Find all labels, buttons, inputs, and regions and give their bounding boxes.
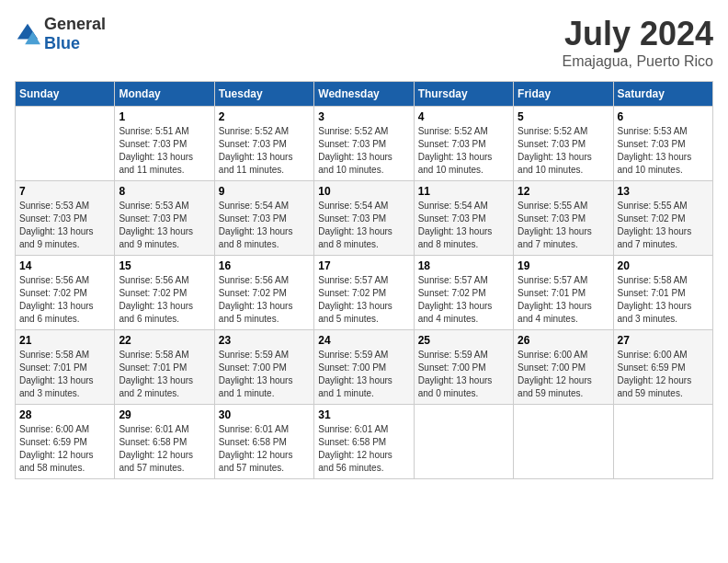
day-number: 1 [119,110,210,123]
day-cell: 12Sunrise: 5:55 AM Sunset: 7:03 PM Dayli… [514,181,613,256]
day-number: 18 [418,259,509,272]
day-cell: 10Sunrise: 5:54 AM Sunset: 7:03 PM Dayli… [314,181,414,256]
week-row-1: 1Sunrise: 5:51 AM Sunset: 7:03 PM Daylig… [16,107,713,181]
day-cell: 25Sunrise: 5:59 AM Sunset: 7:00 PM Dayli… [414,330,513,405]
day-info: Sunrise: 5:59 AM Sunset: 7:00 PM Dayligh… [219,349,310,400]
day-cell: 23Sunrise: 5:59 AM Sunset: 7:00 PM Dayli… [214,330,313,405]
day-number: 2 [219,110,310,123]
day-info: Sunrise: 5:52 AM Sunset: 7:03 PM Dayligh… [518,125,609,177]
day-cell [613,405,712,479]
day-cell: 1Sunrise: 5:51 AM Sunset: 7:03 PM Daylig… [115,107,214,181]
calendar-table: SundayMondayTuesdayWednesdayThursdayFrid… [15,81,713,479]
day-number: 7 [19,185,110,198]
day-info: Sunrise: 6:01 AM Sunset: 6:58 PM Dayligh… [318,423,409,475]
day-info: Sunrise: 5:51 AM Sunset: 7:03 PM Dayligh… [119,125,210,177]
day-number: 22 [119,334,210,347]
day-cell [16,107,115,181]
day-number: 16 [219,259,310,272]
day-info: Sunrise: 5:56 AM Sunset: 7:02 PM Dayligh… [219,274,310,326]
day-number: 28 [19,408,110,421]
logo: General Blue [15,15,106,53]
day-cell: 7Sunrise: 5:53 AM Sunset: 7:03 PM Daylig… [16,181,115,256]
day-number: 13 [618,185,709,198]
day-number: 8 [119,185,210,198]
day-number: 31 [318,408,409,421]
day-info: Sunrise: 5:59 AM Sunset: 7:00 PM Dayligh… [418,349,509,400]
day-cell: 27Sunrise: 6:00 AM Sunset: 6:59 PM Dayli… [613,330,712,405]
day-number: 9 [219,185,310,198]
day-cell: 18Sunrise: 5:57 AM Sunset: 7:02 PM Dayli… [414,256,513,330]
day-cell: 28Sunrise: 6:00 AM Sunset: 6:59 PM Dayli… [16,405,115,479]
header-sunday: Sunday [16,82,115,107]
day-cell: 9Sunrise: 5:54 AM Sunset: 7:03 PM Daylig… [214,181,313,256]
day-info: Sunrise: 5:53 AM Sunset: 7:03 PM Dayligh… [119,200,210,251]
day-number: 23 [219,334,310,347]
day-number: 3 [318,110,409,123]
day-info: Sunrise: 6:00 AM Sunset: 6:59 PM Dayligh… [19,423,110,475]
main-title: July 2024 [562,15,713,53]
day-number: 24 [318,334,409,347]
day-number: 5 [518,110,609,123]
logo-icon [15,21,40,47]
sub-title: Emajagua, Puerto Rico [562,53,713,70]
day-cell: 15Sunrise: 5:56 AM Sunset: 7:02 PM Dayli… [115,256,214,330]
day-cell: 29Sunrise: 6:01 AM Sunset: 6:58 PM Dayli… [115,405,214,479]
logo-blue: Blue [44,34,80,52]
day-info: Sunrise: 5:58 AM Sunset: 7:01 PM Dayligh… [19,349,110,400]
header-wednesday: Wednesday [314,82,414,107]
week-row-3: 14Sunrise: 5:56 AM Sunset: 7:02 PM Dayli… [16,256,713,330]
day-cell: 3Sunrise: 5:52 AM Sunset: 7:03 PM Daylig… [314,107,414,181]
day-info: Sunrise: 6:01 AM Sunset: 6:58 PM Dayligh… [119,423,210,475]
day-info: Sunrise: 5:55 AM Sunset: 7:03 PM Dayligh… [518,200,609,251]
week-row-2: 7Sunrise: 5:53 AM Sunset: 7:03 PM Daylig… [16,181,713,256]
day-info: Sunrise: 5:56 AM Sunset: 7:02 PM Dayligh… [19,274,110,326]
day-number: 29 [119,408,210,421]
day-number: 14 [19,259,110,272]
day-info: Sunrise: 5:53 AM Sunset: 7:03 PM Dayligh… [19,200,110,251]
day-info: Sunrise: 6:00 AM Sunset: 6:59 PM Dayligh… [618,349,709,400]
day-number: 12 [518,185,609,198]
header-thursday: Thursday [414,82,513,107]
day-cell: 5Sunrise: 5:52 AM Sunset: 7:03 PM Daylig… [514,107,613,181]
day-cell [514,405,613,479]
day-info: Sunrise: 5:53 AM Sunset: 7:03 PM Dayligh… [618,125,709,177]
day-info: Sunrise: 5:57 AM Sunset: 7:01 PM Dayligh… [518,274,609,326]
day-cell: 24Sunrise: 5:59 AM Sunset: 7:00 PM Dayli… [314,330,414,405]
header-saturday: Saturday [613,82,712,107]
day-info: Sunrise: 5:55 AM Sunset: 7:02 PM Dayligh… [618,200,709,251]
day-number: 15 [119,259,210,272]
day-cell: 13Sunrise: 5:55 AM Sunset: 7:02 PM Dayli… [613,181,712,256]
calendar-header-row: SundayMondayTuesdayWednesdayThursdayFrid… [16,82,713,107]
week-row-5: 28Sunrise: 6:00 AM Sunset: 6:59 PM Dayli… [16,405,713,479]
day-info: Sunrise: 5:52 AM Sunset: 7:03 PM Dayligh… [418,125,509,177]
day-number: 30 [219,408,310,421]
day-cell: 17Sunrise: 5:57 AM Sunset: 7:02 PM Dayli… [314,256,414,330]
day-number: 19 [518,259,609,272]
day-number: 10 [318,185,409,198]
day-info: Sunrise: 5:52 AM Sunset: 7:03 PM Dayligh… [219,125,310,177]
day-cell: 20Sunrise: 5:58 AM Sunset: 7:01 PM Dayli… [613,256,712,330]
day-cell: 16Sunrise: 5:56 AM Sunset: 7:02 PM Dayli… [214,256,313,330]
day-info: Sunrise: 5:54 AM Sunset: 7:03 PM Dayligh… [219,200,310,251]
day-cell: 4Sunrise: 5:52 AM Sunset: 7:03 PM Daylig… [414,107,513,181]
day-number: 4 [418,110,509,123]
day-number: 20 [618,259,709,272]
day-cell: 6Sunrise: 5:53 AM Sunset: 7:03 PM Daylig… [613,107,712,181]
header-friday: Friday [514,82,613,107]
day-number: 25 [418,334,509,347]
day-number: 27 [618,334,709,347]
day-number: 11 [418,185,509,198]
day-info: Sunrise: 5:57 AM Sunset: 7:02 PM Dayligh… [318,274,409,326]
day-number: 6 [618,110,709,123]
day-cell: 21Sunrise: 5:58 AM Sunset: 7:01 PM Dayli… [16,330,115,405]
day-info: Sunrise: 5:58 AM Sunset: 7:01 PM Dayligh… [119,349,210,400]
page-header: General Blue July 2024 Emajagua, Puerto … [15,15,713,70]
day-number: 17 [318,259,409,272]
day-info: Sunrise: 5:58 AM Sunset: 7:01 PM Dayligh… [618,274,709,326]
header-tuesday: Tuesday [214,82,313,107]
day-info: Sunrise: 5:57 AM Sunset: 7:02 PM Dayligh… [418,274,509,326]
day-cell: 14Sunrise: 5:56 AM Sunset: 7:02 PM Dayli… [16,256,115,330]
day-cell: 19Sunrise: 5:57 AM Sunset: 7:01 PM Dayli… [514,256,613,330]
week-row-4: 21Sunrise: 5:58 AM Sunset: 7:01 PM Dayli… [16,330,713,405]
day-cell: 8Sunrise: 5:53 AM Sunset: 7:03 PM Daylig… [115,181,214,256]
